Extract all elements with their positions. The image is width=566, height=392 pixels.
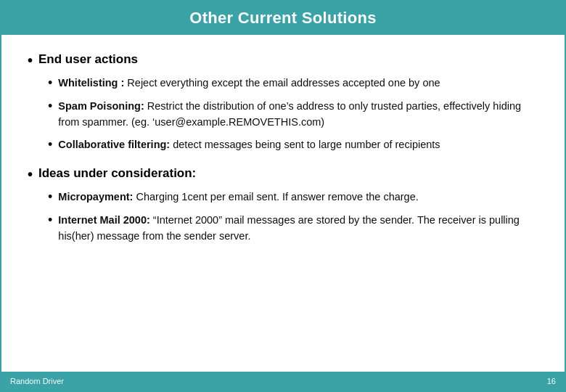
slide-container: Other Current Solutions • End user actio…: [0, 0, 566, 392]
slide-title: Other Current Solutions: [189, 9, 376, 27]
section-ideas-label: • Ideas under consideration:: [28, 166, 538, 182]
sub-bullet-internet-mail-text: Internet Mail 2000: “Internet 2000” mail…: [58, 213, 538, 245]
section-end-user-title: End user actions: [38, 52, 138, 67]
slide-header: Other Current Solutions: [1, 1, 565, 35]
sub-bullet-dot-2: •: [48, 99, 52, 115]
slide-body: • End user actions • Whitelisting : Reje…: [1, 35, 565, 372]
sub-bullet-spam-poisoning-text: Spam Poisoning: Restrict the distributio…: [58, 99, 538, 131]
sub-bullet-spam-poisoning-bold: Spam Poisoning:: [58, 100, 144, 112]
sub-bullet-micropayment-bold: Micropayment:: [58, 191, 133, 203]
sub-bullet-whitelisting-text: Whitelisting : Reject everything except …: [58, 75, 538, 91]
section-ideas-title: Ideas under consideration:: [38, 166, 196, 181]
sub-bullet-collaborative-text: Collaborative filtering: detect messages…: [58, 137, 538, 153]
sub-bullet-micropayment-text: Micropayment: Charging 1cent per email s…: [58, 189, 538, 205]
sub-bullet-whitelisting-rest: Reject everything except the email addre…: [124, 77, 440, 89]
sub-bullet-dot-5: •: [48, 213, 52, 229]
sub-bullet-collaborative: • Collaborative filtering: detect messag…: [48, 137, 538, 153]
sub-bullet-whitelisting: • Whitelisting : Reject everything excep…: [48, 75, 538, 91]
sub-bullet-dot-4: •: [48, 189, 52, 205]
bullet-dot-2: •: [28, 166, 33, 182]
end-user-sub-bullets: • Whitelisting : Reject everything excep…: [28, 75, 538, 153]
footer-page-number: 16: [547, 377, 556, 385]
bullet-dot-1: •: [28, 52, 33, 68]
footer-left-text: Random Driver: [10, 377, 64, 385]
sub-bullet-internet-mail-bold: Internet Mail 2000:: [58, 214, 150, 226]
section-end-user-actions: • End user actions • Whitelisting : Reje…: [28, 52, 538, 153]
sub-bullet-collaborative-bold: Collaborative filtering:: [58, 139, 170, 150]
sub-bullet-collaborative-rest: detect messages being sent to large numb…: [170, 139, 440, 150]
section-end-user-label: • End user actions: [28, 52, 538, 68]
sub-bullet-dot-3: •: [48, 137, 52, 153]
slide-footer: Random Driver 16: [1, 372, 565, 391]
section-ideas: • Ideas under consideration: • Micropaym…: [28, 166, 538, 244]
sub-bullet-whitelisting-bold: Whitelisting :: [58, 77, 124, 89]
sub-bullet-spam-poisoning: • Spam Poisoning: Restrict the distribut…: [48, 99, 538, 131]
sub-bullet-dot-1: •: [48, 75, 52, 91]
sub-bullet-micropayment: • Micropayment: Charging 1cent per email…: [48, 189, 538, 205]
sub-bullet-micropayment-rest: Charging 1cent per email sent. If answer…: [133, 191, 418, 203]
sub-bullet-internet-mail: • Internet Mail 2000: “Internet 2000” ma…: [48, 213, 538, 245]
ideas-sub-bullets: • Micropayment: Charging 1cent per email…: [28, 189, 538, 244]
